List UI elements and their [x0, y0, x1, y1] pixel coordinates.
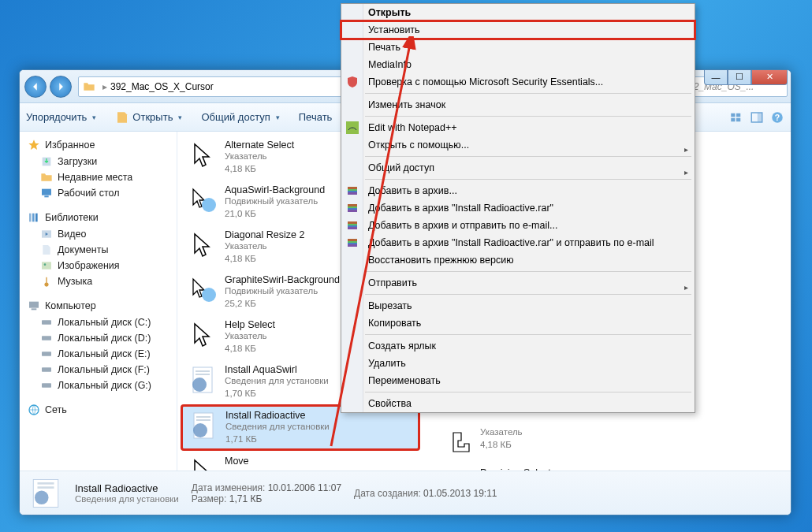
- svg-rect-62: [348, 210, 357, 212]
- downloads-icon: [40, 155, 53, 168]
- svg-rect-15: [42, 262, 51, 269]
- sidebar-item[interactable]: Локальный диск (G:): [20, 378, 177, 393]
- context-menu-item[interactable]: Изменить значок: [341, 96, 695, 113]
- context-menu-label: Изменить значок: [368, 99, 445, 110]
- context-menu-item[interactable]: Добавить в архив "Install Radioactive.ra…: [341, 199, 695, 217]
- drive-icon: [40, 379, 53, 392]
- sidebar-item[interactable]: Изображения: [20, 258, 177, 273]
- context-menu-item[interactable]: Создать ярлык: [341, 337, 695, 355]
- organize-menu[interactable]: Упорядочить: [26, 111, 96, 123]
- file-item[interactable]: Move: [182, 452, 419, 471]
- print-button[interactable]: Печать: [299, 111, 333, 123]
- sidebar-item[interactable]: Локальный диск (D:): [20, 330, 177, 346]
- context-menu-item[interactable]: Вырезать: [341, 297, 695, 314]
- svg-point-26: [202, 288, 216, 302]
- status-subtitle: Сведения для установки: [75, 494, 179, 504]
- context-menu-item[interactable]: Edit with Notepad++: [341, 119, 695, 136]
- file-item[interactable]: Precision Select: [438, 464, 564, 471]
- context-menu-label: Открыть: [368, 7, 411, 18]
- context-menu-item[interactable]: Печать: [341, 39, 695, 56]
- context-menu-label: Добавить в архив...: [368, 185, 457, 196]
- back-button[interactable]: [24, 76, 47, 98]
- sidebar-item[interactable]: Рабочий стол: [20, 185, 177, 201]
- sidebar-item[interactable]: Загрузки: [20, 154, 177, 169]
- rar-icon: [346, 184, 359, 197]
- sidebar-computer-head[interactable]: Компьютер: [20, 297, 177, 314]
- drive-icon: [40, 363, 53, 376]
- share-menu[interactable]: Общий доступ: [201, 111, 279, 123]
- context-menu-item[interactable]: Копировать: [341, 314, 695, 332]
- context-menu-item[interactable]: Установить: [341, 21, 695, 39]
- star-icon: [28, 139, 40, 151]
- cursor-icon: [187, 140, 218, 171]
- open-menu[interactable]: Открыть: [115, 110, 182, 125]
- context-menu-label: Добавить в архив "Install Radioactive.ra…: [368, 203, 553, 214]
- context-menu: ОткрытьУстановитьПечатьMediaInfoПроверка…: [341, 3, 695, 413]
- svg-rect-12: [32, 214, 35, 222]
- context-menu-item[interactable]: Проверка с помощью Microsoft Security Es…: [341, 73, 695, 91]
- help-icon[interactable]: ?: [770, 110, 784, 125]
- svg-rect-70: [348, 241, 357, 243]
- sidebar-item[interactable]: Локальный диск (F:): [20, 362, 177, 378]
- context-menu-label: Восстановить прежнюю версию: [368, 255, 514, 266]
- cursor-icon: [187, 456, 218, 471]
- view-mode-icon[interactable]: [729, 110, 743, 125]
- context-menu-label: Отправить: [368, 277, 417, 288]
- svg-rect-13: [35, 214, 38, 222]
- svg-rect-11: [29, 214, 32, 222]
- svg-point-16: [44, 263, 47, 266]
- preview-pane-icon[interactable]: [750, 110, 764, 125]
- svg-rect-33: [196, 419, 210, 421]
- sidebar-item[interactable]: Документы: [20, 242, 177, 258]
- details-pane: Install Radioactive Сведения для установ…: [20, 471, 791, 515]
- page-icon: [115, 110, 129, 125]
- svg-rect-23: [42, 383, 51, 387]
- file-subtext: Указатель4,18 КБ: [480, 426, 523, 451]
- network-icon: [28, 404, 40, 416]
- sidebar-item[interactable]: Локальный диск (E:): [20, 346, 177, 362]
- context-menu-item[interactable]: Восстановить прежнюю версию: [341, 251, 695, 269]
- context-menu-label: Свойства: [368, 398, 412, 409]
- sidebar-network-head[interactable]: Сеть: [20, 401, 177, 419]
- svg-rect-3: [736, 117, 740, 121]
- drive-icon: [40, 316, 53, 329]
- close-button[interactable]: ✕: [751, 69, 788, 85]
- svg-rect-22: [42, 367, 51, 371]
- context-menu-item[interactable]: Открыть с помощью...: [341, 136, 695, 154]
- context-menu-label: Вырезать: [368, 300, 412, 311]
- context-menu-item[interactable]: Добавить в архив и отправить по e-mail..…: [341, 217, 695, 234]
- context-menu-item[interactable]: Добавить в архив "Install Radioactive.ra…: [341, 234, 695, 251]
- context-menu-label: Добавить в архив "Install Radioactive.ra…: [368, 237, 654, 248]
- svg-rect-21: [42, 352, 51, 355]
- context-menu-item[interactable]: Свойства: [341, 395, 695, 412]
- sidebar-item[interactable]: Видео: [20, 226, 177, 242]
- recent-icon: [40, 171, 53, 184]
- sidebar: Избранное Загрузки Недавние места Рабочи…: [20, 132, 177, 471]
- forward-button[interactable]: [50, 76, 72, 98]
- context-menu-item[interactable]: Открыть: [341, 4, 695, 21]
- context-menu-item[interactable]: MediaInfo: [341, 56, 695, 73]
- context-menu-label: Проверка с помощью Microsoft Security Es…: [368, 76, 603, 87]
- context-menu-item[interactable]: Отправить: [341, 274, 695, 292]
- svg-rect-66: [348, 225, 357, 227]
- context-menu-item[interactable]: Переименовать: [341, 372, 695, 389]
- minimize-button[interactable]: —: [704, 69, 728, 85]
- sidebar-item[interactable]: Музыка: [20, 273, 177, 289]
- context-menu-item[interactable]: Удалить: [341, 355, 695, 372]
- file-subtext: Сведения для установки1,70 КБ: [225, 375, 329, 400]
- rar-icon: [346, 219, 359, 232]
- context-menu-item[interactable]: Добавить в архив...: [341, 182, 695, 199]
- sidebar-favorites-head[interactable]: Избранное: [20, 136, 177, 154]
- file-subtext: Подвижный указатель21,0 КБ: [225, 195, 325, 220]
- context-menu-item[interactable]: Общий доступ: [341, 159, 695, 177]
- file-item[interactable]: Указатель4,18 КБ: [438, 423, 564, 461]
- sidebar-libraries-head[interactable]: Библиотеки: [20, 209, 177, 226]
- svg-rect-10: [44, 195, 48, 197]
- maximize-button[interactable]: ☐: [728, 69, 751, 85]
- svg-rect-9: [42, 189, 51, 195]
- sidebar-item[interactable]: Недавние места: [20, 169, 177, 185]
- svg-point-49: [35, 490, 49, 504]
- svg-rect-54: [348, 187, 357, 189]
- sidebar-item[interactable]: Локальный диск (C:): [20, 314, 177, 330]
- cursor-icon: [187, 319, 218, 351]
